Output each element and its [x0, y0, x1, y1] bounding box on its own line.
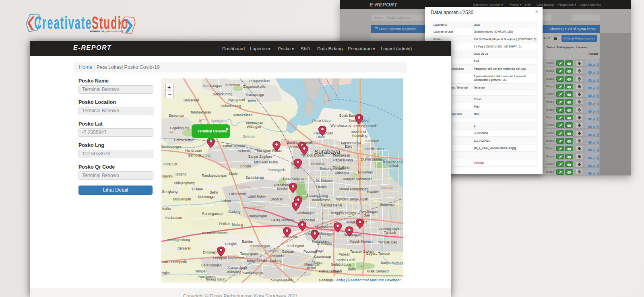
svg-text:Keloposepuluh: Keloposepuluh	[270, 278, 293, 282]
svg-text:Keputih: Keputih	[367, 190, 379, 194]
svg-text:Menur Pumpungan: Menur Pumpungan	[339, 187, 369, 191]
svg-text:Gedangan: Gedangan	[319, 278, 335, 282]
svg-text:Sari: Sari	[364, 213, 370, 217]
svg-text:Kedinding: Kedinding	[352, 134, 367, 138]
svg-text:Lakarsantri: Lakarsantri	[248, 205, 265, 209]
svg-text:Gapurosukolilo: Gapurosukolilo	[243, 85, 266, 89]
svg-text:Banjar Sugihan: Banjar Sugihan	[248, 155, 272, 159]
svg-text:Tambakberas: Tambakberas	[190, 110, 211, 114]
svg-text:Jatikalang: Jatikalang	[226, 270, 242, 274]
svg-text:Kulon: Kulon	[307, 266, 316, 270]
svg-text:ngko: ngko	[162, 271, 170, 275]
svg-text:Kembangan: Kembangan	[203, 84, 222, 88]
svg-text:Krembangan: Krembangan	[250, 244, 270, 248]
svg-text:Dr. Sutomo: Dr. Sutomo	[316, 179, 333, 183]
svg-text:Driyorejo: Driyorejo	[203, 250, 217, 254]
svg-text:Kesambenwetan: Kesambenwetan	[202, 231, 228, 235]
svg-text:Tambak: Tambak	[384, 231, 396, 235]
svg-text:Kepuh Kiriman: Kepuh Kiriman	[350, 239, 373, 243]
svg-text:23: 23	[169, 130, 173, 133]
svg-text:Sawunggaling: Sawunggaling	[306, 194, 328, 198]
svg-text:Tambak: Tambak	[387, 164, 399, 168]
svg-text:Wonorejo: Wonorejo	[380, 202, 394, 206]
svg-text:Sadang: Sadang	[270, 259, 282, 263]
svg-text:Sawahan: Sawahan	[311, 162, 326, 166]
svg-text:Sukolilo: Sukolilo	[381, 186, 393, 190]
svg-text:Airlangga: Airlangga	[335, 171, 349, 175]
svg-text:Cangkir: Cangkir	[225, 242, 237, 246]
svg-text:Utara: Utara	[316, 135, 325, 139]
svg-text:Bringin: Bringin	[240, 164, 251, 168]
svg-text:Sidowungu: Sidowungu	[198, 195, 215, 199]
svg-text:Bringkang: Bringkang	[162, 190, 178, 194]
svg-text:Sedati Gede: Sedati Gede	[336, 258, 356, 262]
svg-text:Wonokusumo: Wonokusumo	[330, 124, 351, 128]
svg-text:Manyar Sabrangan: Manyar Sabrangan	[343, 177, 373, 181]
svg-text:Sememi: Sememi	[238, 149, 250, 153]
svg-text:Balas Klumprik: Balas Klumprik	[271, 218, 294, 222]
svg-text:Kedamean: Kedamean	[165, 216, 182, 220]
svg-text:Pepelegi: Pepelegi	[303, 250, 317, 254]
svg-text:Terminal Benowo: Terminal Benowo	[198, 129, 227, 133]
svg-text:MEMBER OF @MEGAGROUP: MEMBER OF @MEGAGROUP	[90, 30, 122, 33]
svg-text:Geluran: Geluran	[282, 250, 294, 254]
svg-text:Kebomas: Kebomas	[225, 83, 240, 87]
svg-text:Banjarsari: Banjarsari	[184, 98, 199, 102]
svg-text:✈: ✈	[359, 264, 363, 268]
svg-text:Wonocolo: Wonocolo	[283, 235, 298, 239]
svg-text:Benowo: Benowo	[243, 134, 255, 138]
svg-text:Leaflet | © Muhammad Masruhin: Leaflet | © Muhammad Masruhin Developer	[334, 278, 401, 282]
svg-text:Citraland: Citraland	[237, 185, 250, 189]
svg-text:Banjar Kemuning: Banjar Kemuning	[381, 261, 403, 265]
svg-text:Jambangan: Jambangan	[297, 211, 315, 215]
svg-text:✕: ✕	[225, 127, 229, 131]
svg-text:Lidah Kulon: Lidah Kulon	[248, 194, 266, 198]
svg-text:Randupadangan: Randupadangan	[202, 173, 227, 177]
svg-text:Putat Lor: Putat Lor	[163, 162, 178, 166]
svg-text:+: +	[167, 84, 171, 91]
svg-text:Kedungturi: Kedungturi	[287, 244, 304, 248]
svg-text:Cagakagung: Cagakagung	[170, 126, 189, 130]
svg-text:Made: Made	[229, 171, 238, 175]
svg-text:Romokalisari: Romokalisari	[233, 113, 252, 117]
svg-text:Betro: Betro	[348, 267, 356, 271]
svg-text:Sidojangkung: Sidojangkung	[174, 181, 195, 185]
svg-text:Petiken: Petiken	[219, 222, 231, 226]
svg-text:Cerme Kidul: Cerme Kidul	[174, 138, 193, 142]
svg-text:Hendrosari: Hendrosari	[185, 148, 202, 153]
svg-text:Mulung: Mulung	[232, 223, 243, 227]
svg-text:Karangpoh: Karangpoh	[268, 168, 285, 172]
svg-text:Randegansari: Randegansari	[202, 212, 223, 216]
svg-text:Darmo: Darmo	[316, 185, 327, 189]
svg-text:Taman: Taman	[267, 249, 278, 253]
svg-text:Kendal: Kendal	[277, 187, 288, 191]
svg-text:Gulomantung: Gulomantung	[221, 104, 241, 108]
svg-text:Wilangon: Wilangon	[247, 125, 261, 129]
svg-text:Mulyorejo: Mulyorejo	[358, 170, 373, 174]
svg-text:Tambaksari: Tambaksari	[333, 165, 351, 169]
svg-text:−: −	[168, 91, 171, 98]
svg-text:Kureksari: Kureksari	[317, 242, 332, 246]
svg-text:Tanjungsari: Tanjungsari	[240, 252, 258, 256]
svg-text:Sukolilo Baru: Sukolilo Baru	[363, 147, 384, 151]
svg-text:Kenjeran: Kenjeran	[365, 139, 379, 143]
svg-text:Tambak Oso: Tambak Oso	[378, 240, 397, 244]
svg-text:Bendul Merisi: Bendul Merisi	[321, 203, 342, 207]
svg-text:Manukan Kulon: Manukan Kulon	[254, 160, 278, 164]
svg-text:Dukuh Menanggal: Dukuh Menanggal	[306, 232, 334, 236]
svg-text:Tenggilis Mejoyo: Tenggilis Mejoyo	[330, 211, 356, 215]
svg-text:Wonokromo: Wonokromo	[312, 198, 330, 202]
svg-text:Bambe: Bambe	[242, 239, 253, 243]
svg-text:Pabean: Pabean	[339, 252, 351, 256]
svg-text:Sedati Agung: Sedati Agung	[331, 262, 351, 266]
svg-text:Mojotengah: Mojotengah	[173, 197, 191, 201]
svg-text:Barengkrajan: Barengkrajan	[201, 263, 222, 267]
svg-text:Sekarkurung: Sekarkurung	[213, 92, 232, 96]
svg-text:Nginden Jangkungan: Nginden Jangkungan	[336, 197, 368, 201]
svg-text:moho: moho	[162, 206, 171, 210]
svg-text:Pulopancikan: Pulopancikan	[249, 79, 270, 83]
svg-text:Sambikerep: Sambikerep	[246, 175, 264, 179]
svg-text:Sambungrejo: Sambungrejo	[243, 271, 263, 275]
svg-text:lkerikergeger: lkerikergeger	[161, 145, 181, 149]
svg-text:Dukuh Sutorejo: Dukuh Sutorejo	[361, 157, 385, 161]
